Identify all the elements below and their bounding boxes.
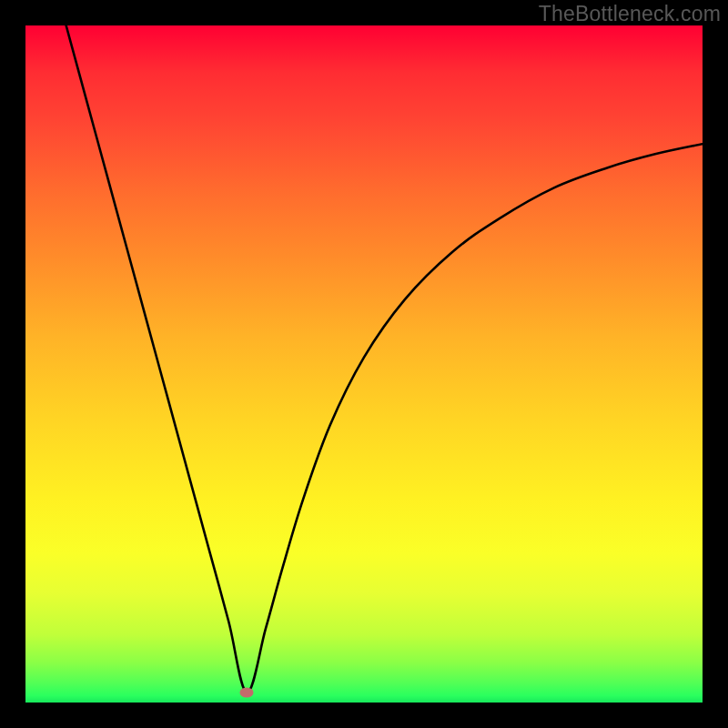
chart-frame: TheBottleneck.com bbox=[0, 0, 728, 728]
plot-area bbox=[25, 25, 703, 703]
curve-svg bbox=[25, 25, 703, 703]
watermark-text: TheBottleneck.com bbox=[539, 2, 721, 26]
minimum-marker bbox=[240, 687, 254, 697]
bottleneck-curve bbox=[66, 25, 703, 693]
